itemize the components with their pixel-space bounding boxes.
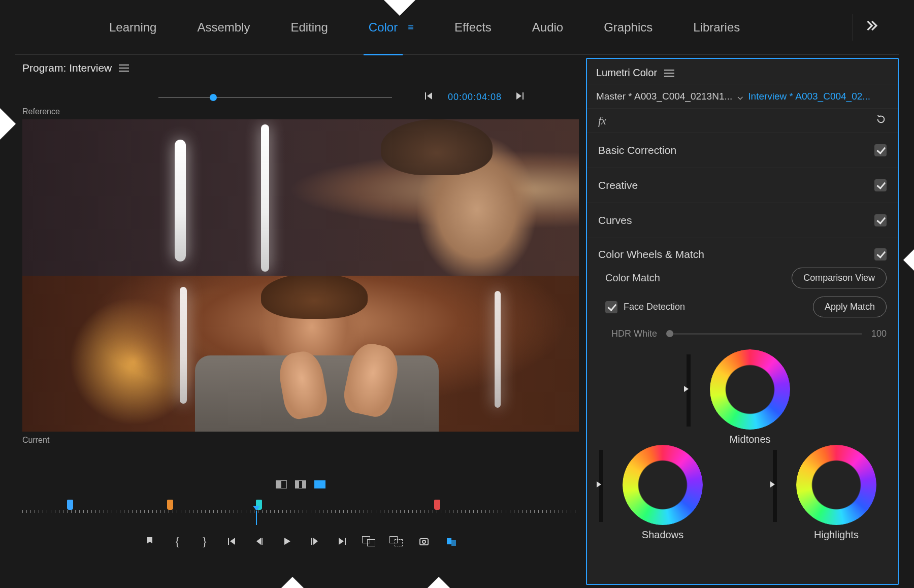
panel-menu-icon[interactable]: [664, 70, 674, 77]
color-match-heading: Color Match: [605, 272, 660, 284]
wheel-label: Highlights: [796, 529, 876, 541]
workspace-tab-editing[interactable]: Editing: [290, 20, 328, 35]
svg-marker-8: [284, 538, 290, 545]
section-basic-correction[interactable]: Basic Correction: [587, 133, 898, 168]
reference-frame: [22, 119, 579, 276]
timeline-marker[interactable]: [67, 500, 73, 510]
transport-bar: { }: [15, 528, 586, 556]
wheel-label: Midtones: [710, 434, 790, 445]
timeline-marker[interactable]: [167, 500, 173, 510]
comparison-view-toggle-button[interactable]: [445, 535, 458, 547]
svg-rect-9: [311, 538, 312, 545]
clip-selector-row[interactable]: Master * A003_C004_0213N1... ⌵ Interview…: [587, 84, 898, 109]
section-label: Creative: [598, 179, 638, 191]
fx-badge[interactable]: fx: [598, 114, 606, 127]
mark-out-button[interactable]: }: [199, 535, 211, 547]
section-creative[interactable]: Creative: [587, 168, 898, 203]
comparison-preview[interactable]: [22, 119, 579, 432]
svg-marker-6: [256, 538, 261, 545]
step-forward-button[interactable]: [308, 535, 320, 547]
svg-rect-12: [345, 538, 346, 545]
workspace-tab-effects[interactable]: Effects: [454, 20, 492, 35]
playhead-icon[interactable]: [256, 511, 257, 525]
apply-match-button[interactable]: Apply Match: [813, 297, 887, 317]
section-color-wheels-match: Color Wheels & Match Color Match Compari…: [587, 238, 898, 563]
wheel-label: Shadows: [623, 529, 703, 541]
program-timecode[interactable]: 00:00:04:08: [448, 92, 502, 103]
svg-rect-3: [523, 92, 524, 100]
go-to-out-button[interactable]: [336, 535, 348, 547]
section-enable-checkbox[interactable]: [874, 144, 887, 156]
reference-label: Reference: [15, 107, 586, 116]
hdr-white-value[interactable]: 100: [871, 329, 887, 339]
workspace-tab-bar: Learning Assembly Editing Color ≡ Effect…: [15, 0, 899, 55]
workspace-tab-learning[interactable]: Learning: [109, 20, 156, 35]
export-frame-button[interactable]: [418, 535, 430, 547]
hdr-white-slider[interactable]: [666, 333, 862, 335]
add-marker-button[interactable]: [144, 535, 156, 547]
svg-rect-13: [420, 539, 428, 545]
view-mode-icon-2[interactable]: [295, 480, 306, 488]
workspace-menu-icon[interactable]: ≡: [408, 21, 414, 33]
shadows-wheel[interactable]: Shadows: [623, 445, 703, 541]
master-clip-label[interactable]: Master * A003_C004_0213N1...: [596, 91, 732, 102]
lift-button[interactable]: [363, 535, 375, 547]
svg-marker-11: [339, 538, 344, 545]
sequence-clip-label[interactable]: Interview * A003_C004_02...: [748, 91, 870, 102]
workspace-overflow-button[interactable]: [853, 14, 889, 41]
section-enable-checkbox[interactable]: [874, 248, 887, 260]
chevron-down-icon[interactable]: ⌵: [737, 90, 743, 102]
workspace-tab-graphics[interactable]: Graphics: [604, 20, 652, 35]
program-panel: Program: Interview 00:00:04:08 Reference: [15, 55, 586, 588]
highlights-luma-slider[interactable]: [773, 450, 777, 522]
current-label: Current: [15, 436, 586, 445]
svg-marker-1: [427, 92, 432, 100]
shadows-luma-slider[interactable]: [599, 450, 603, 522]
svg-point-14: [422, 540, 426, 543]
svg-marker-5: [230, 538, 235, 545]
comparison-view-button[interactable]: Comparison View: [792, 268, 887, 288]
svg-rect-15: [447, 538, 451, 544]
face-detection-checkbox[interactable]: [605, 301, 617, 313]
section-curves[interactable]: Curves: [587, 203, 898, 238]
workspace-tab-libraries[interactable]: Libraries: [693, 20, 740, 35]
go-to-out-icon[interactable]: [514, 91, 525, 103]
timeline-marker[interactable]: [434, 500, 440, 510]
panel-menu-icon[interactable]: [119, 64, 129, 72]
section-enable-checkbox[interactable]: [874, 214, 887, 226]
hdr-white-label: HDR White: [611, 329, 657, 339]
workspace-tab-color[interactable]: Color: [369, 20, 398, 35]
svg-rect-0: [425, 92, 426, 100]
midtones-wheel[interactable]: Midtones: [710, 349, 790, 445]
view-mode-icon-3[interactable]: [314, 480, 325, 488]
step-back-button[interactable]: [253, 535, 266, 547]
svg-rect-4: [228, 538, 229, 545]
timeline-ruler[interactable]: [22, 510, 579, 513]
go-to-in-button[interactable]: [226, 535, 238, 547]
play-button[interactable]: [281, 535, 293, 547]
face-detection-label: Face Detection: [624, 302, 685, 312]
section-label[interactable]: Color Wheels & Match: [598, 248, 704, 260]
section-label: Curves: [598, 214, 632, 226]
lumetri-title: Lumetri Color: [596, 67, 657, 79]
section-enable-checkbox[interactable]: [874, 179, 887, 191]
mark-in-button[interactable]: {: [171, 535, 183, 547]
program-title: Program: Interview: [22, 62, 112, 74]
reference-scrubber[interactable]: [158, 97, 392, 98]
go-to-in-icon[interactable]: [425, 91, 436, 103]
svg-rect-16: [451, 540, 456, 546]
section-label: Basic Correction: [598, 144, 676, 156]
current-frame: [22, 276, 579, 432]
svg-marker-10: [313, 538, 318, 545]
svg-rect-7: [262, 538, 263, 545]
extract-button[interactable]: [390, 535, 403, 547]
svg-marker-2: [516, 92, 521, 100]
lumetri-panel: Lumetri Color Master * A003_C004_0213N1.…: [586, 58, 899, 585]
highlights-wheel[interactable]: Highlights: [796, 445, 876, 541]
view-mode-icon-1[interactable]: [276, 480, 287, 488]
midtones-luma-slider[interactable]: [687, 354, 691, 427]
program-timeline-strip[interactable]: [22, 496, 579, 528]
reset-button[interactable]: [875, 114, 887, 127]
workspace-tab-audio[interactable]: Audio: [532, 20, 563, 35]
workspace-tab-assembly[interactable]: Assembly: [197, 20, 250, 35]
